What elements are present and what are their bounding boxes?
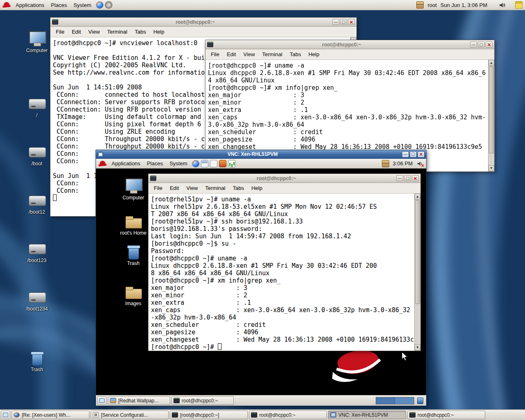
desktop-icon[interactable]: /boot (20, 144, 54, 167)
main-menu-icon[interactable] (2, 1, 11, 9)
minimize-button[interactable]: — (332, 19, 339, 25)
workspace-2[interactable] (395, 397, 414, 404)
screenshot-icon[interactable] (219, 160, 226, 167)
scrollbar[interactable]: ▲ ▼ (414, 194, 420, 351)
terminal-line: 8 x86_64 x86_64 x86_64 GNU/Linux (151, 269, 414, 277)
panel-menu[interactable]: Applications (108, 160, 144, 167)
package-icon[interactable] (416, 1, 424, 9)
menu-item[interactable]: View (240, 51, 258, 57)
minimize-button[interactable]: — (470, 41, 477, 48)
mail-icon[interactable] (201, 160, 208, 167)
terminal-content[interactable]: [root@rhel51pv ~]# uname -aLinux rhel51p… (148, 194, 420, 351)
panel-menu[interactable]: Applications (12, 2, 48, 8)
menu-item[interactable]: Help (248, 185, 266, 191)
window-icon (173, 398, 180, 403)
scroll-up-button[interactable]: ▲ (488, 60, 494, 66)
menu-item[interactable]: Terminal (103, 29, 131, 35)
chart-icon[interactable] (228, 160, 235, 167)
window-title: VNC: Xen-RHL51PVM (105, 151, 400, 157)
utility-icon[interactable] (105, 1, 112, 9)
menu-item[interactable]: File (52, 29, 68, 35)
show-desktop-button[interactable] (1, 411, 10, 419)
titlebar[interactable]: root@dhcppc0:~ — □ × (205, 40, 494, 49)
menu-item[interactable]: Tabs (229, 185, 247, 191)
scrollbar-thumb[interactable] (489, 66, 494, 153)
desktop-icon-label: /boot12 (20, 209, 54, 215)
trash-applet-icon[interactable] (417, 397, 423, 404)
taskbar-window-button[interactable]: VNC: Xen-RHL51PVM (328, 411, 406, 419)
volume-icon[interactable] (498, 1, 506, 9)
terminal-line: xen_major : 3 (208, 91, 488, 99)
firefox-icon[interactable] (96, 1, 103, 9)
desktop-icon[interactable]: /boot123 (20, 241, 54, 263)
maximize-button[interactable]: □ (410, 151, 417, 158)
menu-item[interactable]: Help (305, 51, 323, 57)
titlebar[interactable]: VNC: Xen-RHL51PVM — □ × (96, 150, 426, 159)
titlebar[interactable]: root@dhcppc0:~ — □ × (50, 18, 356, 27)
desktop-icon[interactable]: Computer (117, 178, 149, 201)
menu-item[interactable]: File (207, 51, 223, 57)
taskbar-window-button[interactable]: [Redhat Wallpap... (108, 396, 170, 405)
desktop-icon[interactable]: / (20, 96, 54, 118)
taskbar-window-button[interactable]: [Service Configurati... (91, 411, 169, 419)
scroll-down-button[interactable]: ▼ (415, 345, 420, 351)
menu-item[interactable]: Edit (68, 29, 84, 35)
terminal-line: [root@dhcppc0 ~]# (151, 343, 414, 351)
menu-item[interactable]: Tabs (286, 51, 304, 57)
panel-menu[interactable]: System (166, 160, 190, 167)
close-button[interactable]: × (412, 175, 419, 181)
terminal-line: xen_changeset : Wed May 28 16:36:13 2008… (151, 336, 414, 343)
editor-icon[interactable] (210, 160, 217, 167)
taskbar-window-button[interactable]: root@dhcppc0:~ (249, 411, 327, 419)
desktop-icon[interactable]: /boot1234 (20, 290, 54, 312)
titlebar[interactable]: root@dhcppc0:~ — □ × (148, 174, 420, 183)
close-button[interactable]: × (348, 19, 355, 25)
desktop-icon[interactable]: Computer (20, 31, 54, 53)
panel-menu[interactable]: Places (144, 160, 166, 167)
scrollbar[interactable]: ▲ ▼ (488, 60, 494, 171)
desktop-icon[interactable]: Trash (20, 350, 54, 372)
vnc-remote-desktop[interactable]: ApplicationsPlacesSystem 3:06 PM (96, 159, 426, 406)
main-menu-icon[interactable] (98, 160, 107, 167)
close-button[interactable]: × (486, 41, 493, 48)
desktop-icon[interactable]: Trash (117, 244, 149, 266)
menu-item[interactable]: View (183, 185, 201, 191)
taskbar-window-button[interactable]: [Re: [Xen-users] Wh... (11, 411, 89, 419)
menu-item[interactable]: Tabs (131, 29, 149, 35)
maximize-button[interactable]: □ (340, 19, 347, 25)
clock[interactable]: Sun Jun 1, 3:06 PM (441, 2, 487, 8)
panel-menu[interactable]: Places (48, 2, 70, 8)
show-desktop-button[interactable] (97, 396, 107, 405)
desktop-icon[interactable]: root's Home (117, 214, 149, 236)
scroll-up-button[interactable]: ▲ (415, 194, 420, 200)
taskbar-window-button[interactable]: [root@dhcppc0:~] (170, 411, 248, 419)
menu-item[interactable]: Help (150, 29, 168, 35)
scroll-down-button[interactable]: ▼ (488, 165, 494, 171)
desktop-icon[interactable]: /boot12 (20, 193, 54, 215)
terminal-line: Linux dhcppc0 2.6.18.8-xen #1 SMP Fri Ma… (208, 69, 488, 77)
menu-item[interactable]: File (150, 185, 166, 191)
desktop-icon[interactable]: Images (117, 284, 149, 306)
menu-item[interactable]: View (84, 29, 103, 35)
workspace-switcher[interactable] (376, 397, 414, 404)
menu-item[interactable]: Edit (223, 51, 240, 57)
package-icon[interactable] (382, 160, 389, 167)
maximize-button[interactable]: □ (404, 175, 411, 181)
firefox-icon[interactable] (192, 160, 199, 167)
volume-muted-icon[interactable] (416, 160, 424, 167)
notes-icon[interactable] (515, 1, 523, 9)
nested-clock[interactable]: 3:06 PM (393, 160, 413, 167)
taskbar-window-button[interactable]: root@dhcppc0:~ (171, 396, 234, 405)
maximize-button[interactable]: □ (478, 41, 485, 48)
menu-item[interactable]: Edit (166, 185, 183, 191)
scrollbar-thumb[interactable] (415, 200, 420, 304)
taskbar-window-button[interactable]: root@dhcppc0:~ (407, 411, 485, 419)
workspace-1[interactable] (376, 397, 395, 404)
menu-item[interactable]: Terminal (258, 51, 286, 57)
minimize-button[interactable]: — (402, 151, 409, 158)
menu-item[interactable]: Terminal (201, 185, 229, 191)
minimize-button[interactable]: — (396, 175, 403, 181)
panel-menu[interactable]: System (70, 2, 94, 8)
terminal-menubar: FileEditViewTerminalTabsHelp (148, 183, 420, 194)
close-button[interactable]: × (418, 151, 425, 158)
